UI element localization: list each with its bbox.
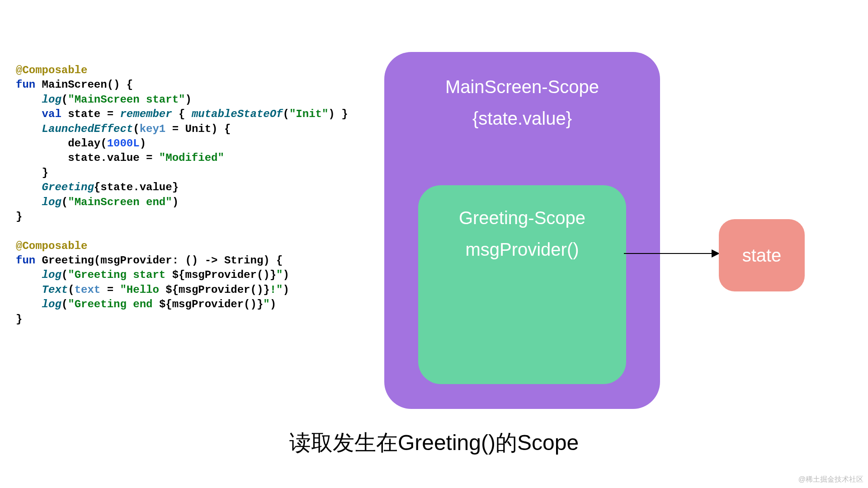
state-box: state <box>719 219 805 291</box>
arrow-icon <box>624 253 719 254</box>
caption-text: 读取发生在Greeting()的Scope <box>0 428 868 457</box>
diagram-area: MainScreen-Scope {state.value} Greeting-… <box>384 52 845 413</box>
code-block: @Composable fun MainScreen() { log("Main… <box>16 63 348 327</box>
watermark-text: @稀土掘金技术社区 <box>798 475 863 484</box>
mainscreen-scope-subtitle: {state.value} <box>384 108 660 129</box>
mainscreen-scope-box: MainScreen-Scope {state.value} Greeting-… <box>384 52 660 409</box>
greeting-scope-subtitle: msgProvider() <box>418 239 626 260</box>
greeting-scope-title: Greeting-Scope <box>418 208 626 228</box>
state-label: state <box>742 245 782 266</box>
greeting-scope-box: Greeting-Scope msgProvider() <box>418 185 626 384</box>
mainscreen-scope-title: MainScreen-Scope <box>384 77 660 97</box>
